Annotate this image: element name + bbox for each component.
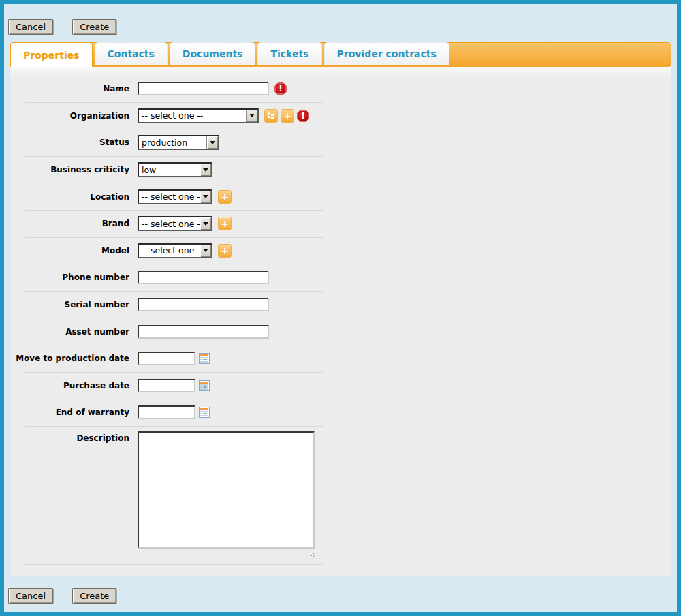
name-input[interactable] <box>138 82 269 95</box>
top-toolbar: Cancel Create <box>4 4 677 42</box>
status-select[interactable]: production <box>138 135 219 150</box>
field-label-cell: Move to production date <box>25 354 129 363</box>
tab-contacts[interactable]: Contacts <box>95 42 168 65</box>
tab-tickets[interactable]: Tickets <box>257 42 321 65</box>
organization-hierarchy-button[interactable] <box>264 109 278 123</box>
form-row-business-criticity: Business criticitylow <box>25 157 323 184</box>
asset-number-label: Asset number <box>65 327 129 337</box>
bottom-toolbar: Cancel Create <box>4 576 677 612</box>
form-row-organization: Organization-- select one --+! <box>25 103 323 130</box>
window-body: Cancel Create PropertiesContactsDocument… <box>4 4 677 612</box>
form-row-brand: Brand-- select one --+ <box>25 211 323 238</box>
brand-label: Brand <box>102 219 129 228</box>
field-value-cell: -- select one --+! <box>129 108 309 123</box>
form-row-asset-number: Asset number <box>25 318 323 345</box>
tab-documents[interactable]: Documents <box>170 42 256 65</box>
field-value-cell <box>129 405 210 419</box>
status-select-value: production <box>139 138 206 148</box>
tab-properties[interactable]: Properties <box>10 42 93 67</box>
phone-number-input[interactable] <box>138 271 269 284</box>
form-row-phone-number: Phone number <box>25 264 323 292</box>
form-row-move-to-production-date: Move to production date <box>25 345 323 373</box>
location-add-button[interactable]: + <box>218 190 232 204</box>
purchase-date-calendar-icon[interactable] <box>199 380 210 391</box>
model-add-button[interactable]: + <box>218 244 232 258</box>
brand-select[interactable]: -- select one -- <box>138 216 212 231</box>
dropdown-arrow-icon[interactable] <box>200 217 211 230</box>
status-label: Status <box>99 138 129 147</box>
field-value-cell <box>129 379 210 392</box>
field-label-cell: Model <box>25 246 129 256</box>
plus-icon: + <box>221 246 229 256</box>
form-row-status: Statusproduction <box>25 129 323 157</box>
organization-select-value: -- select one -- <box>139 110 246 121</box>
business-criticity-select-value: low <box>139 165 200 175</box>
asset-number-input[interactable] <box>138 325 269 339</box>
field-value-cell: -- select one --+ <box>129 243 232 258</box>
field-value-cell: ! <box>129 82 287 95</box>
create-button-top[interactable]: Create <box>72 19 116 35</box>
cancel-button-top[interactable]: Cancel <box>8 19 53 35</box>
description-textarea[interactable] <box>138 431 315 549</box>
create-button-bottom[interactable]: Create <box>72 588 116 604</box>
phone-number-label: Phone number <box>62 273 129 282</box>
serial-number-input[interactable] <box>138 298 269 311</box>
field-label-cell: Name <box>25 84 129 93</box>
tab-label: Documents <box>183 48 243 59</box>
field-value-cell <box>129 271 269 284</box>
field-label-cell: Status <box>25 138 129 147</box>
resize-grip-icon[interactable] <box>308 551 315 557</box>
name-label: Name <box>103 84 129 93</box>
end-of-warranty-calendar-icon[interactable] <box>199 407 210 418</box>
location-label: Location <box>90 192 129 202</box>
field-label-cell: Organization <box>25 111 129 121</box>
hierarchy-icon <box>267 111 275 121</box>
mandatory-field-error-icon: ! <box>274 82 287 95</box>
plus-icon: + <box>221 192 229 202</box>
field-label-cell: Purchase date <box>25 381 129 390</box>
field-label-cell: Description <box>25 431 129 443</box>
model-label: Model <box>101 246 129 256</box>
form-row-description: Description <box>25 427 323 565</box>
model-select-value: -- select one -- <box>139 245 200 256</box>
form-row-end-of-warranty: End of warranty <box>25 399 323 427</box>
dropdown-arrow-icon[interactable] <box>246 110 257 122</box>
dropdown-arrow-icon[interactable] <box>200 191 211 203</box>
field-value-cell: production <box>129 135 219 150</box>
field-value-cell <box>129 325 269 339</box>
field-value-cell: low <box>129 162 212 177</box>
form-row-model: Model-- select one --+ <box>25 238 323 265</box>
tab-label: Properties <box>23 50 80 61</box>
organization-add-button[interactable]: + <box>281 109 294 123</box>
move-to-production-date-calendar-icon[interactable] <box>199 353 210 364</box>
form-panel: Name!Organization-- select one --+!Statu… <box>10 67 671 576</box>
brand-add-button[interactable]: + <box>218 217 232 230</box>
dropdown-arrow-icon[interactable] <box>200 164 211 176</box>
dropdown-arrow-icon[interactable] <box>200 245 211 257</box>
description-label: Description <box>76 433 129 443</box>
purchase-date-input[interactable] <box>138 379 195 392</box>
model-select[interactable]: -- select one -- <box>138 243 212 258</box>
end-of-warranty-label: End of warranty <box>56 407 129 417</box>
move-to-production-date-label: Move to production date <box>16 354 129 363</box>
brand-select-value: -- select one -- <box>139 219 200 229</box>
properties-form: Name!Organization-- select one --+!Statu… <box>25 67 323 565</box>
location-select-value: -- select one -- <box>139 191 200 202</box>
dropdown-arrow-icon[interactable] <box>206 136 218 149</box>
cancel-button-bottom[interactable]: Cancel <box>8 588 53 604</box>
tab-provider-contracts[interactable]: Provider contracts <box>324 42 449 65</box>
field-value-cell <box>129 352 210 365</box>
serial-number-label: Serial number <box>65 300 129 309</box>
form-row-name: Name! <box>25 76 323 103</box>
mandatory-field-error-icon: ! <box>297 110 309 122</box>
end-of-warranty-input[interactable] <box>138 405 195 419</box>
field-value-cell: -- select one --+ <box>129 216 232 231</box>
description-textarea-wrap <box>138 431 315 557</box>
location-select[interactable]: -- select one -- <box>138 189 212 204</box>
field-label-cell: Serial number <box>25 300 129 309</box>
move-to-production-date-input[interactable] <box>138 352 195 365</box>
business-criticity-select[interactable]: low <box>138 162 212 177</box>
organization-label: Organization <box>70 111 129 121</box>
organization-select[interactable]: -- select one -- <box>138 108 259 123</box>
plus-icon: + <box>283 111 291 121</box>
